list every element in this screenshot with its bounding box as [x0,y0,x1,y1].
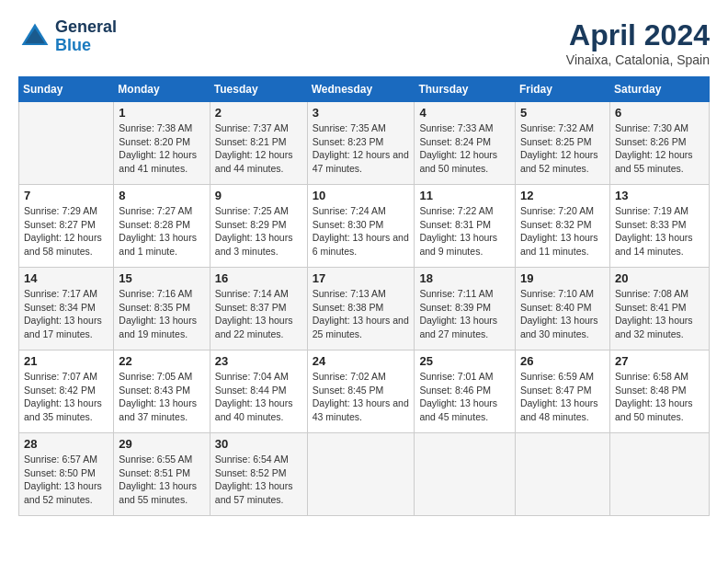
weekday-header: Thursday [415,77,516,102]
day-number: 8 [119,189,204,202]
day-number: 1 [119,106,204,120]
calendar-cell: 21Sunrise: 7:07 AMSunset: 8:42 PMDayligh… [19,350,114,433]
calendar-week-row: 7Sunrise: 7:29 AMSunset: 8:27 PMDaylight… [19,185,710,268]
page-header: General Blue April 2024 Vinaixa, Catalon… [18,18,710,67]
day-number: 17 [313,271,410,285]
day-info: Sunrise: 7:16 AMSunset: 8:35 PMDaylight:… [119,287,204,341]
title-block: April 2024 Vinaixa, Catalonia, Spain [566,18,710,67]
calendar-cell: 23Sunrise: 7:04 AMSunset: 8:44 PMDayligh… [210,350,307,433]
day-info: Sunrise: 6:55 AMSunset: 8:51 PMDaylight:… [119,453,204,507]
calendar-body: 1Sunrise: 7:38 AMSunset: 8:20 PMDaylight… [19,102,710,516]
calendar-cell: 15Sunrise: 7:16 AMSunset: 8:35 PMDayligh… [114,268,210,350]
calendar-week-row: 1Sunrise: 7:38 AMSunset: 8:20 PMDaylight… [19,102,710,185]
day-info: Sunrise: 7:13 AMSunset: 8:38 PMDaylight:… [313,287,410,341]
day-number: 19 [520,271,605,285]
logo-icon [18,20,51,53]
calendar-cell: 1Sunrise: 7:38 AMSunset: 8:20 PMDaylight… [114,102,210,185]
day-number: 9 [215,189,302,202]
calendar-week-row: 14Sunrise: 7:17 AMSunset: 8:34 PMDayligh… [19,268,710,350]
day-number: 4 [419,106,510,120]
day-info: Sunrise: 7:11 AMSunset: 8:39 PMDaylight:… [419,287,510,341]
day-number: 6 [615,106,704,120]
weekday-header: Sunday [19,77,114,102]
day-number: 27 [615,354,704,368]
day-info: Sunrise: 7:07 AMSunset: 8:42 PMDaylight:… [24,370,108,424]
day-info: Sunrise: 6:58 AMSunset: 8:48 PMDaylight:… [615,370,704,424]
day-info: Sunrise: 7:17 AMSunset: 8:34 PMDaylight:… [24,287,108,341]
weekday-header: Wednesday [307,77,415,102]
calendar-cell: 5Sunrise: 7:32 AMSunset: 8:25 PMDaylight… [515,102,609,185]
day-number: 21 [24,354,108,368]
calendar-cell: 30Sunrise: 6:54 AMSunset: 8:52 PMDayligh… [210,433,307,516]
day-info: Sunrise: 7:04 AMSunset: 8:44 PMDaylight:… [215,370,302,424]
day-number: 14 [24,271,108,285]
calendar-cell: 26Sunrise: 6:59 AMSunset: 8:47 PMDayligh… [515,350,609,433]
day-info: Sunrise: 7:20 AMSunset: 8:32 PMDaylight:… [520,204,605,259]
calendar-cell: 3Sunrise: 7:35 AMSunset: 8:23 PMDaylight… [307,102,415,185]
day-info: Sunrise: 7:37 AMSunset: 8:21 PMDaylight:… [215,121,302,176]
day-number: 5 [520,106,605,120]
calendar-cell: 16Sunrise: 7:14 AMSunset: 8:37 PMDayligh… [210,268,307,350]
day-info: Sunrise: 7:35 AMSunset: 8:23 PMDaylight:… [313,121,410,176]
calendar-cell [307,433,415,516]
calendar-cell: 6Sunrise: 7:30 AMSunset: 8:26 PMDaylight… [609,102,709,185]
calendar-cell: 10Sunrise: 7:24 AMSunset: 8:30 PMDayligh… [307,185,415,268]
day-number: 24 [313,354,410,368]
day-info: Sunrise: 7:33 AMSunset: 8:24 PMDaylight:… [419,121,510,176]
day-info: Sunrise: 7:10 AMSunset: 8:40 PMDaylight:… [520,287,605,341]
calendar-table: SundayMondayTuesdayWednesdayThursdayFrid… [18,76,710,516]
weekday-header: Tuesday [210,77,307,102]
calendar-cell: 22Sunrise: 7:05 AMSunset: 8:43 PMDayligh… [114,350,210,433]
day-info: Sunrise: 7:29 AMSunset: 8:27 PMDaylight:… [24,204,108,259]
calendar-cell: 9Sunrise: 7:25 AMSunset: 8:29 PMDaylight… [210,185,307,268]
logo: General Blue [18,18,117,55]
calendar-cell: 25Sunrise: 7:01 AMSunset: 8:46 PMDayligh… [415,350,516,433]
calendar-cell [515,433,609,516]
calendar-cell: 7Sunrise: 7:29 AMSunset: 8:27 PMDaylight… [19,185,114,268]
day-number: 7 [24,189,108,202]
day-number: 26 [520,354,605,368]
day-number: 23 [215,354,302,368]
day-info: Sunrise: 7:02 AMSunset: 8:45 PMDaylight:… [313,370,410,424]
day-number: 16 [215,271,302,285]
day-info: Sunrise: 7:27 AMSunset: 8:28 PMDaylight:… [119,204,204,259]
calendar-cell: 18Sunrise: 7:11 AMSunset: 8:39 PMDayligh… [415,268,516,350]
day-number: 29 [119,437,204,451]
day-info: Sunrise: 7:19 AMSunset: 8:33 PMDaylight:… [615,204,704,259]
day-number: 28 [24,437,108,451]
day-number: 10 [313,189,410,202]
day-number: 18 [419,271,510,285]
day-info: Sunrise: 7:38 AMSunset: 8:20 PMDaylight:… [119,121,204,176]
day-number: 15 [119,271,204,285]
day-info: Sunrise: 7:08 AMSunset: 8:41 PMDaylight:… [615,287,704,341]
calendar-cell [415,433,516,516]
weekday-header: Friday [515,77,609,102]
day-info: Sunrise: 7:14 AMSunset: 8:37 PMDaylight:… [215,287,302,341]
calendar-cell: 28Sunrise: 6:57 AMSunset: 8:50 PMDayligh… [19,433,114,516]
calendar-cell: 2Sunrise: 7:37 AMSunset: 8:21 PMDaylight… [210,102,307,185]
month-title: April 2024 [566,18,710,52]
calendar-header: SundayMondayTuesdayWednesdayThursdayFrid… [19,77,710,102]
calendar-cell: 8Sunrise: 7:27 AMSunset: 8:28 PMDaylight… [114,185,210,268]
day-info: Sunrise: 7:25 AMSunset: 8:29 PMDaylight:… [215,204,302,259]
calendar-cell: 11Sunrise: 7:22 AMSunset: 8:31 PMDayligh… [415,185,516,268]
calendar-cell: 17Sunrise: 7:13 AMSunset: 8:38 PMDayligh… [307,268,415,350]
calendar-cell: 20Sunrise: 7:08 AMSunset: 8:41 PMDayligh… [609,268,709,350]
day-number: 3 [313,106,410,120]
calendar-cell: 13Sunrise: 7:19 AMSunset: 8:33 PMDayligh… [609,185,709,268]
day-info: Sunrise: 7:01 AMSunset: 8:46 PMDaylight:… [419,370,510,424]
day-number: 30 [215,437,302,451]
day-number: 12 [520,189,605,202]
calendar-cell: 24Sunrise: 7:02 AMSunset: 8:45 PMDayligh… [307,350,415,433]
location: Vinaixa, Catalonia, Spain [566,52,710,67]
day-number: 11 [419,189,510,202]
day-info: Sunrise: 6:59 AMSunset: 8:47 PMDaylight:… [520,370,605,424]
weekday-header: Monday [114,77,210,102]
day-info: Sunrise: 6:57 AMSunset: 8:50 PMDaylight:… [24,453,108,507]
day-number: 25 [419,354,510,368]
calendar-cell: 14Sunrise: 7:17 AMSunset: 8:34 PMDayligh… [19,268,114,350]
day-number: 22 [119,354,204,368]
calendar-cell: 12Sunrise: 7:20 AMSunset: 8:32 PMDayligh… [515,185,609,268]
day-info: Sunrise: 7:05 AMSunset: 8:43 PMDaylight:… [119,370,204,424]
calendar-week-row: 21Sunrise: 7:07 AMSunset: 8:42 PMDayligh… [19,350,710,433]
